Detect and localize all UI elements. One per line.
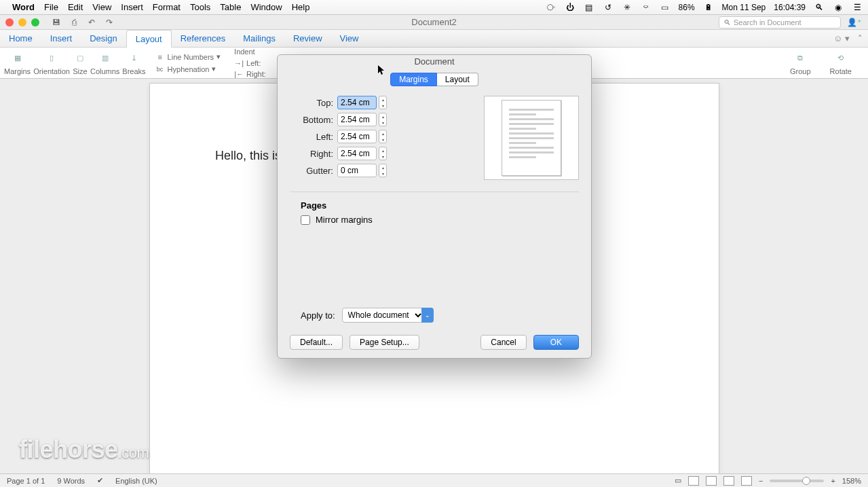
menu-help[interactable]: Help: [292, 2, 310, 12]
outline-view-button[interactable]: [723, 476, 734, 486]
dialog-tab-layout[interactable]: Layout: [437, 73, 478, 86]
orientation-button[interactable]: ▯Orientation: [33, 51, 70, 75]
indent-right-field[interactable]: |←Right:: [234, 69, 266, 79]
redo-icon[interactable]: ↷: [104, 17, 115, 28]
spotlight-icon[interactable]: 🔍︎: [814, 2, 825, 13]
tab-mailings[interactable]: Mailings: [234, 30, 284, 47]
ribbon-tabs: Home Insert Design Layout References Mai…: [0, 30, 868, 48]
margin-left-input[interactable]: [337, 130, 377, 143]
bluetooth-icon[interactable]: ✳: [622, 2, 633, 13]
margin-right-stepper[interactable]: ▴▾: [379, 147, 387, 160]
search-box[interactable]: 🔍︎ Search in Document: [719, 16, 841, 29]
hyphenation-button[interactable]: bcHyphenation ▾: [155, 65, 221, 74]
cancel-button[interactable]: Cancel: [480, 335, 526, 350]
apply-to-select[interactable]: Whole document: [342, 308, 424, 323]
screen-record-icon[interactable]: ⧂: [546, 2, 556, 13]
size-button[interactable]: ▢Size: [73, 51, 88, 75]
breaks-button[interactable]: ⤓Breaks: [122, 51, 145, 75]
tab-insert[interactable]: Insert: [41, 30, 81, 47]
page-setup-button[interactable]: Page Setup...: [350, 335, 419, 350]
margin-top-stepper[interactable]: ▴▾: [379, 96, 387, 109]
menu-file[interactable]: File: [44, 2, 58, 12]
window-titlebar: 💾︎ ⎙ ↶ ↷ Document2 🔍︎ Search in Document…: [0, 15, 868, 30]
margins-button[interactable]: ▦Margins: [4, 51, 31, 75]
display-icon[interactable]: ▭: [660, 2, 671, 13]
dialog-tabs: Margins Layout: [278, 73, 591, 86]
zoom-in-button[interactable]: +: [831, 477, 835, 485]
wifi-icon[interactable]: ⌔: [641, 2, 652, 13]
menu-table[interactable]: Table: [220, 2, 241, 12]
default-button[interactable]: Default...: [290, 335, 343, 350]
margin-gutter-stepper[interactable]: ▴▾: [379, 164, 387, 177]
tab-layout[interactable]: Layout: [126, 30, 172, 48]
line-numbers-button[interactable]: ≡Line Numbers ▾: [155, 52, 221, 62]
timemachine-icon[interactable]: ↺: [603, 2, 614, 13]
save-icon[interactable]: 💾︎: [51, 17, 62, 28]
print-icon[interactable]: ⎙: [69, 17, 79, 28]
zoom-slider[interactable]: [770, 480, 824, 482]
activity-icon[interactable]: ▤: [584, 2, 595, 13]
margin-right-input[interactable]: [337, 147, 377, 160]
undo-icon[interactable]: ↶: [86, 17, 97, 28]
web-layout-view-button[interactable]: [706, 476, 717, 486]
margin-gutter-input[interactable]: [337, 164, 377, 177]
battery-icon[interactable]: 🔋︎: [703, 2, 714, 13]
app-name[interactable]: Word: [12, 2, 35, 12]
zoom-out-button[interactable]: −: [759, 477, 763, 485]
margin-top-label: Top:: [290, 98, 333, 108]
indent-left-field[interactable]: →|Left:: [234, 58, 266, 68]
status-page[interactable]: Page 1 of 1: [7, 477, 45, 485]
search-icon: 🔍︎: [723, 18, 731, 26]
status-language[interactable]: English (UK): [115, 477, 157, 485]
menubar-time[interactable]: 16:04:39: [774, 3, 806, 12]
chevron-down-icon: ⌄: [421, 308, 434, 323]
siri-icon[interactable]: ◉: [833, 2, 844, 13]
margin-left-stepper[interactable]: ▴▾: [379, 130, 387, 143]
margin-bottom-label: Bottom:: [290, 115, 333, 125]
margin-bottom-input[interactable]: [337, 113, 377, 126]
minimize-window-button[interactable]: [18, 18, 26, 26]
margin-top-input[interactable]: [337, 96, 377, 109]
menu-edit[interactable]: Edit: [68, 2, 83, 12]
menubar-date[interactable]: Mon 11 Sep: [722, 3, 766, 12]
tab-design[interactable]: Design: [81, 30, 126, 47]
close-window-button[interactable]: [5, 18, 14, 26]
mac-menubar: Word File Edit View Insert Format Tools …: [0, 0, 868, 15]
menu-window[interactable]: Window: [250, 2, 282, 12]
pages-heading: Pages: [301, 200, 568, 211]
menu-format[interactable]: Format: [153, 2, 181, 12]
margin-gutter-label: Gutter:: [290, 166, 333, 176]
zoom-window-button[interactable]: [31, 18, 39, 26]
collapse-ribbon-icon[interactable]: ˄: [858, 33, 863, 43]
menu-tools[interactable]: Tools: [190, 2, 210, 12]
indent-label: Indent: [234, 48, 266, 56]
margin-bottom-stepper[interactable]: ▴▾: [379, 113, 387, 126]
menu-insert[interactable]: Insert: [121, 2, 143, 12]
dialog-title: Document: [278, 55, 591, 69]
focus-view-icon[interactable]: ▭: [675, 476, 681, 485]
tab-home[interactable]: Home: [0, 30, 41, 47]
tab-references[interactable]: References: [172, 30, 234, 47]
notifications-icon[interactable]: ☰: [852, 2, 863, 13]
account-icon[interactable]: ☺ ▾: [833, 33, 850, 43]
draft-view-button[interactable]: [741, 476, 752, 486]
mirror-margins-checkbox[interactable]: Mirror margins: [301, 215, 568, 225]
power-icon[interactable]: ⏻: [565, 2, 575, 13]
tab-review[interactable]: Review: [284, 30, 331, 47]
dialog-tab-margins[interactable]: Margins: [390, 73, 437, 86]
print-layout-view-button[interactable]: [688, 476, 699, 486]
status-spellcheck-icon[interactable]: ✔︎: [97, 476, 103, 485]
zoom-level[interactable]: 158%: [842, 477, 861, 485]
apply-to-label: Apply to:: [301, 310, 335, 321]
margin-left-label: Left:: [290, 132, 333, 142]
margin-right-label: Right:: [290, 149, 333, 159]
status-words[interactable]: 9 Words: [57, 477, 85, 485]
menu-view[interactable]: View: [92, 2, 111, 12]
tab-view[interactable]: View: [331, 30, 368, 47]
share-icon[interactable]: 👤⁺: [847, 18, 861, 27]
search-placeholder: Search in Document: [734, 18, 801, 26]
document-dialog: Document Margins Layout Top: ▴▾ Bottom: …: [277, 54, 592, 359]
ok-button[interactable]: OK: [533, 335, 579, 350]
battery-percent[interactable]: 86%: [679, 3, 695, 12]
columns-button[interactable]: ▥Columns: [90, 51, 119, 75]
